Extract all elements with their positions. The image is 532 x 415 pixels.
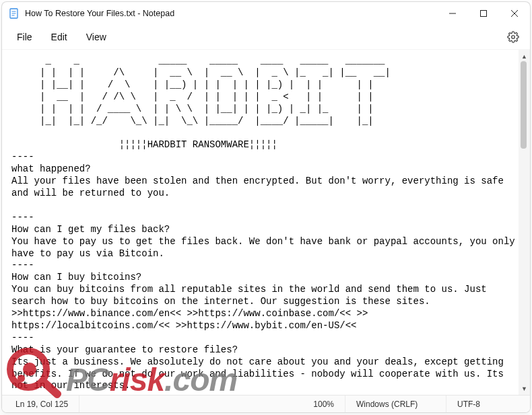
menu-view[interactable]: View xyxy=(77,28,116,46)
window-title: How To Restore Your Files.txt - Notepad xyxy=(25,9,174,18)
menu-file[interactable]: File xyxy=(7,28,42,46)
menubar: File Edit View xyxy=(2,25,530,49)
scroll-down-icon[interactable]: ▼ xyxy=(519,383,529,393)
svg-rect-5 xyxy=(481,11,487,17)
menu-edit[interactable]: Edit xyxy=(42,28,77,46)
status-zoom[interactable]: 100% xyxy=(79,395,345,412)
editor-area: _ _ _____ _____ ____ _____ _______ | | |… xyxy=(2,49,530,395)
scrollbar-track[interactable] xyxy=(519,61,530,383)
status-eol: Windows (CRLF) xyxy=(345,395,446,412)
svg-point-8 xyxy=(512,36,515,39)
scrollbar-thumb[interactable] xyxy=(521,61,527,149)
minimize-button[interactable] xyxy=(437,2,468,25)
vertical-scrollbar[interactable]: ▲ ▼ xyxy=(519,50,530,395)
titlebar[interactable]: How To Restore Your Files.txt - Notepad xyxy=(2,2,530,25)
notepad-window: How To Restore Your Files.txt - Notepad … xyxy=(1,1,531,413)
status-cursor: Ln 19, Col 125 xyxy=(5,395,79,412)
text-editor[interactable]: _ _ _____ _____ ____ _____ _______ | | |… xyxy=(2,50,519,395)
document-text[interactable]: _ _ _____ _____ ____ _____ _______ | | |… xyxy=(11,55,516,392)
close-button[interactable] xyxy=(499,2,530,25)
settings-button[interactable] xyxy=(502,26,525,48)
scroll-up-icon[interactable]: ▲ xyxy=(519,51,529,61)
statusbar: Ln 19, Col 125 100% Windows (CRLF) UTF-8 xyxy=(2,395,530,412)
status-encoding: UTF-8 xyxy=(446,395,527,412)
maximize-button[interactable] xyxy=(468,2,499,25)
notepad-icon xyxy=(9,8,20,19)
